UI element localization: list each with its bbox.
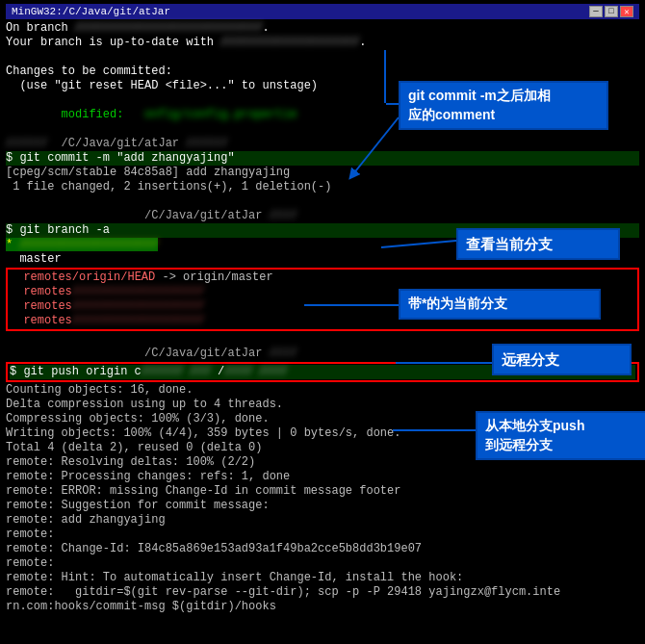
annotation-commit-comment: git commit -m之后加相应的comment	[399, 81, 608, 130]
maximize-button[interactable]: □	[605, 6, 618, 17]
line-delta-comp: Delta compression using up to 4 threads.	[6, 398, 639, 412]
annotation-push: 从本地分支push到远程分支	[476, 411, 645, 460]
line-remote-changeid: remote: Change-Id: I84c85a869e153ad93a1f…	[6, 542, 639, 556]
close-button[interactable]: ✕	[620, 6, 633, 17]
line-blank-4	[6, 194, 639, 209]
line-counting: Counting objects: 16, done.	[6, 383, 639, 398]
line-commit-result2: 1 file changed, 2 insertions(+), 1 delet…	[6, 180, 639, 194]
line-remote-suggestion: remote: Suggestion for commit message:	[6, 499, 639, 513]
line-remote-error: remote: ERROR: missing Change-Id in comm…	[6, 484, 639, 499]
annotation-current-branch-text: 带*的为当前分支	[408, 296, 507, 311]
annotation-view-branch: 查看当前分支	[456, 228, 620, 260]
line-path2: /C/Java/git/atJar ////	[6, 209, 639, 223]
line-git-commit: $ git commit -m "add zhangyajing"	[6, 151, 639, 166]
line-blank-1	[6, 50, 639, 64]
titlebar: MinGW32:/C/Java/git/atJar ─ □ ✕	[6, 4, 639, 19]
line-remote-blank2: remote:	[6, 556, 639, 571]
line-remote-processing: remote: Processing changes: refs: 1, don…	[6, 470, 639, 484]
terminal-window: MinGW32:/C/Java/git/atJar ─ □ ✕ On branc…	[0, 0, 645, 644]
titlebar-title: MinGW32:/C/Java/git/atJar	[12, 6, 170, 17]
line-remote-head: remotes/origin/HEAD -> origin/master	[10, 270, 635, 285]
annotation-view-branch-text: 查看当前分支	[466, 236, 553, 252]
terminal-content: On branch ///////////////////////////. Y…	[6, 21, 639, 614]
annotation-remote-branch-text: 远程分支	[502, 351, 559, 368]
line-remote-hint: remote: Hint: To automatically insert Ch…	[6, 571, 639, 585]
line-remote-add: remote: add zhangyajing	[6, 513, 639, 528]
annotation-push-text: 从本地分支push到远程分支	[485, 418, 584, 452]
line-2: Your branch is up-to-date with /////////…	[6, 36, 639, 50]
line-remote-blank1: remote:	[6, 528, 639, 542]
line-1: On branch ///////////////////////////.	[6, 21, 639, 36]
line-changes: Changes to be committed:	[6, 64, 639, 79]
annotation-commit-text: git commit -m之后加相应的comment	[408, 88, 551, 122]
line-commit-result1: [cpeg/scm/stable 84c85a8] add zhangyajin…	[6, 166, 639, 180]
annotation-commit-arrow2	[384, 50, 386, 103]
annotation-current-branch: 带*的为当前分支	[399, 289, 601, 320]
minimize-button[interactable]: ─	[589, 6, 603, 17]
titlebar-buttons: ─ □ ✕	[589, 6, 633, 17]
line-remote-hooks: rn.com:hooks/commit-msg $(gitdir)/hooks	[6, 600, 639, 614]
line-path1: ////// /C/Java/git/atJar //////	[6, 137, 639, 151]
line-remote-scp: remote: gitdir=$(git rev-parse --git-dir…	[6, 585, 639, 600]
annotation-remote-branch: 远程分支	[492, 344, 632, 375]
